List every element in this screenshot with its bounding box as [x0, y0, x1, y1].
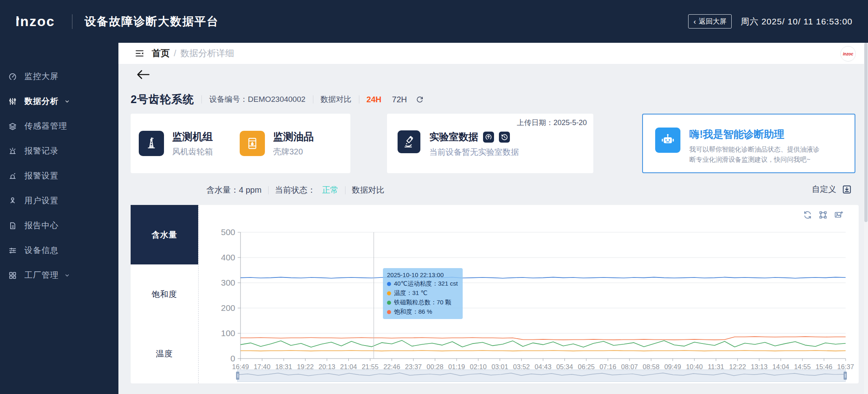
datazoom-right-handle[interactable] — [844, 372, 847, 380]
chevron-down-icon — [64, 99, 70, 104]
save-image-icon[interactable] — [834, 210, 843, 220]
breadcrumb-home-link[interactable]: 首页 — [152, 47, 170, 59]
ai-assistant-card[interactable]: 嗨!我是智能诊断助理 我可以帮你智能化诊断油品状态、提供油液诊断专业化润滑设备监… — [642, 114, 855, 173]
sidebar-item-report[interactable]: 报告中心 — [0, 213, 118, 238]
oil-subtitle: 壳牌320 — [273, 146, 314, 157]
app-title: 设备故障诊断大数据平台 — [85, 14, 219, 29]
compare-label[interactable]: 数据对比 — [321, 94, 352, 105]
collapse-menu-icon[interactable] — [135, 48, 144, 58]
svg-text:300: 300 — [221, 278, 235, 287]
status-badge: 正常 — [322, 185, 339, 196]
monitor-oil-group: 监测油品 壳牌320 — [240, 130, 314, 157]
lab-title: 实验室数据 — [429, 130, 478, 143]
current-state-label: 当前状态： — [275, 185, 316, 196]
sidebar-item-sensor[interactable]: 传感器管理 — [0, 114, 118, 139]
sidebar-nav: 监控大屏数据分析传感器管理报警记录报警设置用户设置报告中心设备信息工厂管理 — [0, 43, 118, 288]
assistant-title: 嗨!我是智能诊断助理 — [689, 128, 824, 141]
range-24h-button[interactable]: 24H — [367, 95, 382, 104]
main-content: 2号齿轮系统 设备编号：DEMO23040002 数据对比 24H 72H — [118, 64, 868, 394]
header-datetime: 周六 2025/ 10/ 11 16:53:00 — [741, 16, 853, 27]
tooltip-row: 温度：31 ℃ — [387, 289, 459, 297]
tooltip-row: 饱和度：86 % — [387, 308, 459, 316]
inzoc-logo: inzoc — [15, 13, 55, 29]
history-icon[interactable] — [499, 132, 510, 143]
sidebar-item-user[interactable]: 用户设置 — [0, 188, 118, 213]
water-content: 含水量：4 ppm — [206, 185, 262, 196]
back-to-bigscreen-button[interactable]: ‹ 返回大屏 — [688, 14, 732, 29]
sidebar-item-label: 报警设置 — [24, 170, 59, 181]
zoom-select-icon[interactable] — [818, 210, 828, 220]
wind-turbine-icon — [139, 131, 164, 156]
restore-icon[interactable] — [803, 210, 812, 220]
sidebar-item-label: 监控大屏 — [24, 71, 59, 82]
svg-text:0: 0 — [230, 354, 235, 363]
device-number: 设备编号：DEMO23040002 — [209, 94, 306, 105]
avatar[interactable]: inzoc — [840, 46, 856, 62]
divider — [72, 14, 72, 29]
chart-tab[interactable]: 含水量 — [131, 205, 198, 264]
sidebar-item-alarm-record[interactable]: 报警记录 — [0, 139, 118, 163]
download-icon[interactable] — [842, 185, 852, 194]
device-title: 2号齿轮系统 — [131, 92, 194, 107]
page-scrollbar[interactable] — [864, 43, 868, 394]
alarm-setting-icon — [8, 172, 17, 180]
chart-tab-column: 含水量饱和度温度 — [131, 205, 199, 383]
sidebar-item-factory[interactable]: 工厂管理 — [0, 263, 118, 288]
range-72h-button[interactable]: 72H — [392, 95, 407, 104]
refresh-icon[interactable] — [416, 96, 424, 103]
custom-button[interactable]: 自定义 — [812, 184, 836, 195]
sidebar-item-label: 报告中心 — [24, 220, 59, 231]
compare-link[interactable]: 数据对比 — [352, 185, 385, 196]
svg-text:200: 200 — [221, 303, 235, 313]
report-icon — [8, 221, 17, 230]
lab-data-card: 上传日期：2025-5-20 实验室数据 — [387, 114, 593, 173]
tooltip-row: 40℃运动粘度：321 cst — [387, 280, 459, 288]
chart-panel: 含水量饱和度温度 010020030040050016:4917:4018:31… — [131, 205, 859, 383]
chart-tab[interactable]: 温度 — [131, 324, 198, 383]
sidebar-item-label: 报警记录 — [24, 145, 59, 156]
sensor-icon — [8, 122, 17, 131]
svg-text:400: 400 — [221, 253, 235, 262]
chevron-left-icon: ‹ — [693, 18, 696, 25]
sidebar-item-analysis[interactable]: 数据分析 — [0, 89, 118, 114]
analysis-icon — [8, 97, 17, 106]
sidebar-item-alarm-setting[interactable]: 报警设置 — [0, 163, 118, 188]
sidebar: 监控大屏数据分析传感器管理报警记录报警设置用户设置报告中心设备信息工厂管理 — [0, 43, 118, 394]
alarm-record-icon — [8, 147, 17, 156]
chart-tab[interactable]: 饱和度 — [131, 264, 198, 324]
user-icon — [8, 196, 17, 205]
flame-icon — [16, 9, 20, 24]
upload-icon[interactable] — [483, 132, 494, 143]
svg-text:100: 100 — [221, 328, 235, 338]
svg-text:500: 500 — [221, 227, 235, 237]
monitor-card: 监测机组 风机齿轮箱 监测油品 壳牌320 — [131, 114, 350, 173]
chevron-down-icon — [64, 273, 70, 278]
lab-subtitle: 当前设备暂无实验室数据 — [429, 147, 519, 158]
scrollbar-thumb[interactable] — [864, 43, 868, 222]
breadcrumb: 首页 / 数据分析详细 inzoc — [118, 43, 868, 64]
back-button[interactable] — [136, 68, 150, 81]
sidebar-item-label: 设备信息 — [24, 245, 59, 256]
microscope-icon — [398, 130, 420, 153]
oil-title: 监测油品 — [273, 130, 314, 143]
tooltip-timestamp: 2025-10-10 22:13:00 — [387, 271, 459, 278]
chart-toolbox — [803, 210, 843, 220]
datazoom-slider[interactable] — [237, 370, 846, 382]
sidebar-item-dashboard[interactable]: 监控大屏 — [0, 64, 118, 89]
datazoom-left-handle[interactable] — [236, 372, 239, 380]
unit-subtitle: 风机齿轮箱 — [172, 146, 213, 157]
upload-date: 上传日期：2025-5-20 — [517, 118, 587, 128]
factory-icon — [8, 271, 17, 280]
crosshair-line — [374, 232, 374, 359]
sidebar-item-label: 用户设置 — [24, 195, 59, 206]
breadcrumb-current: 数据分析详细 — [180, 47, 234, 59]
tooltip-row: 铁磁颗粒总数：70 颗 — [387, 299, 459, 306]
sidebar-item-label: 工厂管理 — [24, 270, 59, 281]
device-icon — [8, 246, 17, 255]
chart-tooltip: 2025-10-10 22:13:00 40℃运动粘度：321 cst温度：31… — [383, 268, 463, 319]
line-chart: 010020030040050016:4917:4018:3119:2220:1… — [131, 205, 859, 383]
dashboard-icon — [8, 72, 17, 81]
assistant-desc: 我可以帮你智能化诊断油品状态、提供油液诊断专业化润滑设备监测建议，快问问我吧~ — [689, 145, 824, 165]
status-bar: 含水量：4 ppm 当前状态： 正常 数据对比 — [206, 185, 385, 196]
sidebar-item-device[interactable]: 设备信息 — [0, 238, 118, 263]
